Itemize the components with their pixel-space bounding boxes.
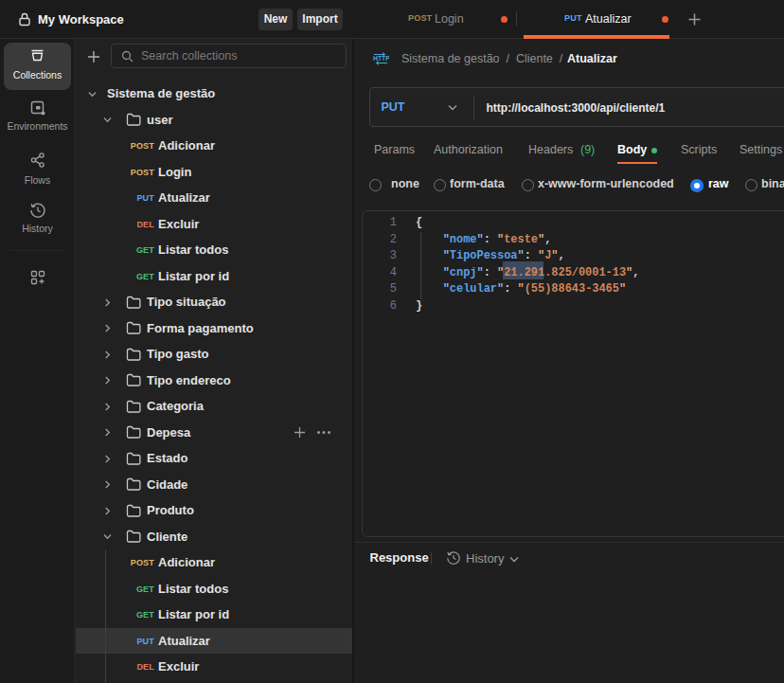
svg-text:HTTP: HTTP — [373, 55, 389, 62]
